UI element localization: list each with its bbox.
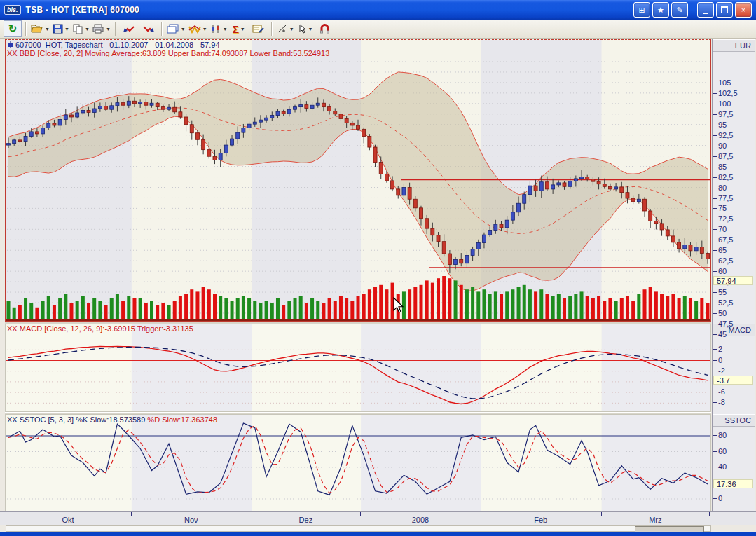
stochastic-chart[interactable] [6,415,710,511]
toolbar: ↻ ▼ ▼ ▼ ▼ ▼ ▼ ▼ Σ▼ [0,20,756,39]
axis-tick-label: 67,5 [718,235,733,244]
restore-button[interactable] [716,2,733,18]
axis-tick-label: -8 [718,398,725,406]
title-bar[interactable]: bis. TSB - HOT [XETRA] 607000 ⊞ ★ ✎ × [0,0,756,20]
axis-tick-label: 0 [718,356,722,364]
pin-window-button[interactable]: ⊞ [633,2,650,18]
axis-tick-label: 2 [718,345,722,353]
line-tool-button[interactable]: ▼ [276,20,295,37]
price-chart-pane[interactable]: 607000 HOT, Tageschart - 01.10.2007 - 01… [5,39,711,322]
edit-button[interactable]: ✎ [671,2,688,18]
open-folder-icon [31,24,43,34]
month-label: Nov [184,516,198,524]
axis-tick [713,125,717,125]
axis-tick [713,198,717,199]
axis-tick-label: 45 [718,330,727,338]
window-title: TSB - HOT [XETRA] 607000 [26,5,140,15]
macd-chart[interactable] [6,324,710,411]
dropdown-arrow-icon: ▼ [45,27,50,32]
month-label: Dez [299,516,313,524]
month-tick [601,512,602,516]
sum-button[interactable]: Σ▼ [230,20,248,37]
sstoc-k-label: XX SSTOC [5, 3, 3] %K Slow:18.573589 [7,415,145,424]
month-tick [360,512,361,516]
line-tool-icon [277,24,288,34]
favorite-button[interactable]: ★ [652,2,669,18]
indicator-zigzag-icon [188,25,201,34]
axis-tick-label: 62,5 [718,256,733,265]
minimize-icon [703,11,708,14]
macd-pane[interactable]: XX MACD [Close, 12, 26, 9]:-3.69915 Trig… [5,324,711,412]
magnet-button[interactable] [316,20,334,37]
chart-back-icon [123,25,135,34]
dropdown-arrow-icon: ▼ [85,27,90,32]
print-button[interactable]: ▼ [92,20,111,37]
dropdown-arrow-icon: ▼ [289,27,294,32]
axis-tick-label: 60 [718,447,727,455]
toolbar-separator [161,22,163,36]
magnet-icon [319,24,330,34]
last-price-tag: 57.94 [713,276,753,285]
axis-tick [713,402,717,403]
print-icon [92,24,104,34]
copy-button[interactable]: ▼ [71,20,90,37]
sigma-icon: Σ [233,23,239,35]
sstoc-pane[interactable]: XX SSTOC [5, 3, 3] %K Slow:18.573589 %D … [5,414,711,511]
axis-tick-label: 55 [718,288,727,296]
refresh-button[interactable]: ↻ [4,20,22,37]
axis-tick [713,324,717,324]
dropdown-arrow-icon: ▼ [223,27,228,32]
restore-icon [721,6,728,13]
mouse-cursor [391,296,405,315]
chart-forward-icon [142,25,155,34]
indicators-button[interactable]: ▼ [188,20,208,37]
chart-back-button[interactable] [120,20,138,37]
axis-tick-label: -2 [718,366,725,375]
window-controls: ⊞ ★ ✎ × [633,2,752,18]
axis-tick [713,313,717,314]
open-button[interactable]: ▼ [30,20,50,37]
axis-tick [713,334,717,335]
axis-tick-label: 75 [718,204,727,212]
axis-tick-label: 77,5 [718,194,733,202]
draw-candles-button[interactable]: ▼ [209,20,228,37]
axis-tick [713,360,717,361]
scrollbar-thumb[interactable] [635,526,704,532]
minimize-button[interactable] [697,2,714,18]
cursor-tool-button[interactable]: ▼ [296,20,315,37]
toolbar-separator [115,22,116,36]
axis-tick [713,83,717,83]
axis-tick [713,498,717,499]
month-label: Okt [62,516,74,524]
macd-label: XX MACD [Close, 12, 26, 9]:-3.69915 Trig… [7,324,193,333]
candlestick-chart[interactable] [6,40,710,321]
axis-tick [713,135,717,136]
axis-tick [713,467,717,467]
axis-tick [713,93,717,94]
chart-type-button[interactable]: ▼ [166,20,186,37]
properties-button[interactable] [249,20,268,37]
toolbar-separator [271,22,273,36]
close-button[interactable]: × [735,2,752,18]
axis-tick-label: 65 [718,246,727,254]
axis-tick [713,292,717,293]
chart-windows-icon [167,24,179,34]
axis-header-sstoc: SSTOC [713,414,755,427]
copy-icon [72,24,83,34]
axis-tick-label: 97,5 [718,110,733,118]
save-button[interactable]: ▼ [52,20,70,37]
dropdown-arrow-icon: ▼ [308,27,313,32]
month-tick [252,512,252,516]
axis-tick-label: 52,5 [718,298,733,307]
cursor-icon [298,24,307,34]
axis-tick [713,240,717,240]
month-tick [131,512,132,516]
axis-tick [713,349,717,350]
axis-tick [713,146,717,146]
horizontal-scrollbar[interactable] [6,525,711,532]
dropdown-arrow-icon: ▼ [106,27,111,32]
axis-tick [713,271,717,272]
dropdown-arrow-icon: ▼ [181,27,186,32]
month-tick [6,512,6,516]
chart-forward-button[interactable] [139,20,158,37]
